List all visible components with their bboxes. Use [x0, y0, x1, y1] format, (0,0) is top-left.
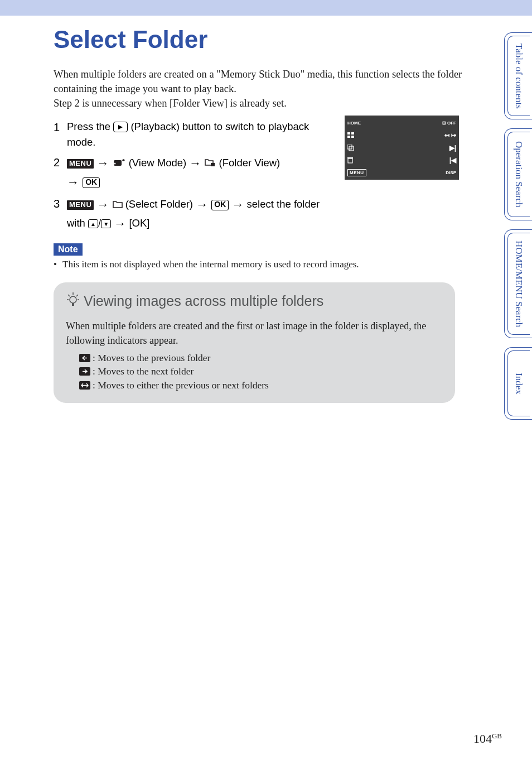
text: [OK]: [129, 217, 149, 229]
svg-rect-16: [349, 146, 354, 151]
step-body: Press the (Playback) button to switch to…: [67, 119, 338, 151]
svg-point-2: [114, 162, 115, 164]
side-tabs: Table of contents Operation Search HOME/…: [483, 32, 532, 423]
tip-box: Viewing images across multiple folders W…: [54, 282, 455, 403]
step-3: 3 MENU → (Select Folder) → OK → select t…: [54, 195, 338, 233]
step-body: MENU → (Select Folder) → OK → select the…: [67, 195, 338, 233]
tip-title-text: Viewing images across multiple folders: [84, 293, 323, 309]
view-mode-icon: [113, 156, 126, 172]
intro-line2: Step 2 is unnecessary when [Folder View]…: [54, 98, 287, 109]
home-indicator: HOME: [347, 121, 361, 126]
tab-home-menu-search[interactable]: HOME/MENU Search: [504, 229, 532, 338]
arrow-icon: →: [114, 217, 126, 230]
text: : Moves to the previous folder: [93, 351, 210, 365]
tab-label: Operation Search: [514, 141, 524, 207]
tab-index[interactable]: Index: [504, 347, 532, 420]
svg-line-7: [76, 295, 78, 296]
tip-row: : Moves to either the previous or next f…: [79, 378, 444, 392]
tip-row: : Moves to the previous folder: [79, 351, 444, 365]
tab-label: HOME/MENU Search: [514, 241, 524, 327]
page-number-value: 104: [473, 732, 492, 746]
text: (View Mode): [129, 157, 190, 169]
grid-icon: [347, 132, 355, 138]
text: (Folder View): [219, 157, 280, 169]
menu-indicator: MENU: [347, 169, 366, 176]
camera-screenshot: HOME ⊞OFF ↤ ↦ ▶| |◀ MENU DISP: [345, 116, 459, 180]
note-bullet: • This item is not displayed when the in…: [54, 259, 470, 270]
intro-text: When multiple folders are created on a "…: [54, 68, 470, 111]
intro-line1: When multiple folders are created on a "…: [54, 69, 462, 94]
svg-point-4: [70, 296, 76, 303]
svg-rect-11: [347, 132, 350, 134]
tip-list: : Moves to the previous folder : Moves t…: [79, 351, 444, 392]
prev-icon: |◀: [449, 156, 456, 164]
slideshow-icon: [347, 145, 354, 151]
text: : Moves to the next folder: [93, 364, 194, 378]
tip-bulb-icon: [66, 291, 80, 310]
page-number: 104GB: [473, 732, 502, 746]
svg-rect-15: [347, 145, 352, 149]
playback-icon: [113, 122, 128, 132]
arrow-icon: →: [67, 175, 83, 189]
tab-toc[interactable]: Table of contents: [504, 32, 532, 119]
page-suffix: GB: [492, 732, 502, 740]
svg-rect-17: [348, 158, 352, 163]
step-num: 2: [54, 154, 67, 192]
tip-row: : Moves to the next folder: [79, 364, 444, 378]
svg-marker-0: [118, 125, 123, 129]
svg-rect-3: [211, 163, 215, 166]
page-title: Select Folder: [54, 26, 470, 54]
top-bar: [0, 0, 532, 16]
svg-rect-14: [351, 136, 354, 138]
next-folder-icon: [79, 367, 90, 376]
page-content: Select Folder When multiple folders are …: [0, 16, 470, 403]
svg-line-6: [68, 295, 70, 296]
text: (Select Folder): [125, 198, 196, 210]
zoom-icon: ↤ ↦: [444, 132, 456, 139]
bullet-icon: •: [54, 259, 62, 270]
ok-icon: OK: [83, 177, 100, 188]
step-body: MENU → (View Mode) → (Folder View) → OK: [67, 154, 338, 192]
display-off-indicator: ⊞OFF: [442, 121, 456, 126]
step-2: 2 MENU → (View Mode) → (Folder View) → O…: [54, 154, 338, 192]
prev-folder-icon: [79, 354, 90, 362]
note-label: Note: [54, 243, 83, 256]
tip-body: When multiple folders are created and th…: [66, 319, 444, 347]
step-num: 1: [54, 119, 67, 151]
menu-icon: MENU: [67, 159, 94, 169]
arrow-icon: →: [96, 198, 112, 212]
arrow-icon: →: [196, 198, 211, 212]
tip-title: Viewing images across multiple folders: [66, 291, 444, 310]
tab-label: Table of contents: [514, 44, 524, 109]
note-text: This item is not displayed when the inte…: [62, 259, 359, 270]
trash-icon: [347, 157, 353, 164]
disp-indicator: DISP: [446, 170, 456, 175]
svg-rect-12: [351, 132, 354, 134]
text: Press the: [67, 121, 113, 132]
step-num: 3: [54, 195, 67, 233]
svg-rect-18: [347, 157, 353, 158]
text: : Moves to either the previous or next f…: [93, 378, 269, 392]
tab-label: Index: [514, 373, 524, 395]
arrow-icon: →: [189, 156, 205, 170]
note-section: Note • This item is not displayed when t…: [54, 243, 470, 270]
up-arrow-icon: ▲: [88, 219, 98, 228]
arrow-icon: →: [96, 156, 112, 170]
step-1: 1 Press the (Playback) button to switch …: [54, 119, 338, 151]
svg-rect-10: [72, 303, 74, 306]
next-icon: ▶|: [449, 144, 456, 152]
down-arrow-icon: ▼: [101, 219, 111, 228]
select-folder-icon: [113, 197, 123, 213]
steps-list: 1 Press the (Playback) button to switch …: [54, 119, 338, 234]
svg-rect-13: [347, 136, 350, 138]
arrow-icon: →: [231, 198, 244, 212]
ok-icon: OK: [211, 200, 229, 210]
both-folder-icon: [79, 381, 90, 390]
folder-view-icon: [205, 156, 216, 172]
menu-icon: MENU: [67, 200, 94, 210]
tab-operation-search[interactable]: Operation Search: [504, 128, 532, 220]
